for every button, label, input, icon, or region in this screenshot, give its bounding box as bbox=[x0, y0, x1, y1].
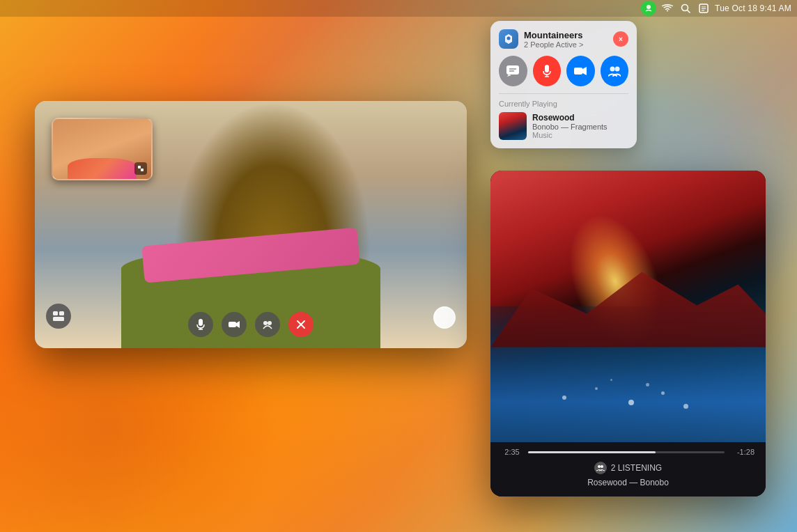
listeners-label: LISTENING bbox=[618, 463, 662, 473]
music-progress-row: 2:35 -1:28 bbox=[502, 448, 755, 456]
menubar-time: Tue Oct 18 9:41 AM bbox=[715, 3, 791, 13]
facetime-layout-button[interactable] bbox=[46, 304, 71, 329]
svg-rect-27 bbox=[574, 68, 582, 75]
svg-line-2 bbox=[688, 10, 690, 13]
now-playing-info: Rosewood Bonobo — Fragments Music bbox=[532, 113, 628, 139]
music-current-time: 2:35 bbox=[502, 448, 523, 456]
svg-rect-8 bbox=[141, 169, 144, 171]
popup-header: Mountaineers 2 People Active > × bbox=[499, 29, 628, 49]
popup-group-name: Mountaineers bbox=[524, 30, 583, 40]
music-now-playing-text: Rosewood — Bonobo bbox=[587, 478, 669, 487]
popup-subtitle: 2 People Active > bbox=[524, 40, 583, 49]
facetime-controls bbox=[35, 312, 467, 337]
svg-point-16 bbox=[263, 321, 268, 325]
svg-point-31 bbox=[601, 465, 603, 468]
shareplay-active-indicator bbox=[433, 306, 456, 329]
sparkle-5 bbox=[683, 404, 688, 409]
facetime-shareplay-button[interactable] bbox=[255, 312, 280, 337]
popup-close-button[interactable]: × bbox=[613, 31, 628, 47]
svg-rect-15 bbox=[229, 322, 236, 327]
currently-playing-section: Currently Playing Rosewood Bonobo — Frag… bbox=[499, 93, 628, 140]
facetime-right-indicator bbox=[433, 306, 456, 329]
now-playing-row: Rosewood Bonobo — Fragments Music bbox=[499, 112, 628, 140]
search-menubar-icon[interactable] bbox=[679, 3, 692, 14]
shareplay-menubar-icon[interactable] bbox=[641, 1, 656, 16]
self-view-shirt bbox=[68, 158, 137, 179]
svg-rect-12 bbox=[199, 319, 203, 326]
facetime-main-video bbox=[35, 101, 467, 348]
svg-point-28 bbox=[610, 67, 614, 72]
sparkle-6 bbox=[610, 379, 612, 381]
self-view-badge bbox=[134, 162, 147, 175]
mountain-silhouette bbox=[490, 264, 766, 347]
facetime-window bbox=[35, 101, 467, 348]
popup-title-row: Mountaineers 2 People Active > bbox=[499, 29, 583, 49]
popup-group-button[interactable] bbox=[601, 56, 629, 86]
album-art-small bbox=[499, 112, 527, 140]
listeners-count: 2 bbox=[611, 463, 616, 473]
popup-actions bbox=[499, 56, 628, 86]
water-sparkles bbox=[518, 345, 738, 429]
svg-point-20 bbox=[507, 37, 511, 40]
svg-rect-7 bbox=[138, 166, 141, 169]
sparkle-7 bbox=[646, 383, 649, 386]
sparkle-4 bbox=[661, 391, 665, 395]
popup-video-button[interactable] bbox=[566, 56, 595, 86]
now-playing-title: Rosewood bbox=[532, 113, 628, 123]
album-art-small-inner bbox=[499, 112, 527, 140]
music-remaining-time: -1:28 bbox=[730, 448, 755, 456]
svg-point-29 bbox=[614, 67, 619, 72]
popup-group-icon bbox=[499, 29, 518, 49]
sparkle-2 bbox=[595, 387, 598, 390]
music-controls: 2:35 -1:28 2 LISTENING Rosewood — Bonobo bbox=[490, 442, 766, 496]
svg-rect-11 bbox=[53, 317, 64, 321]
wifi-icon[interactable] bbox=[660, 3, 674, 14]
facetime-end-button[interactable] bbox=[288, 312, 314, 337]
svg-rect-10 bbox=[59, 311, 64, 315]
listeners-count-label: 2 LISTENING bbox=[611, 463, 662, 473]
facetime-camera-button[interactable] bbox=[222, 312, 247, 337]
music-progress-fill bbox=[528, 451, 656, 453]
now-playing-artist: Bonobo — Fragments bbox=[532, 123, 628, 131]
now-playing-source: Music bbox=[532, 131, 628, 139]
music-album-art bbox=[490, 171, 766, 442]
music-player-window: 2:35 -1:28 2 LISTENING Rosewood — Bonobo bbox=[490, 171, 766, 496]
svg-point-0 bbox=[647, 5, 651, 9]
popup-microphone-button[interactable] bbox=[533, 56, 562, 86]
svg-rect-21 bbox=[506, 65, 519, 75]
music-progress-bar[interactable] bbox=[528, 451, 725, 453]
self-view-thumbnail bbox=[52, 118, 153, 180]
sparkle-1 bbox=[562, 396, 566, 400]
svg-point-30 bbox=[598, 465, 601, 468]
currently-playing-label: Currently Playing bbox=[499, 100, 628, 108]
svg-point-17 bbox=[268, 321, 272, 325]
now-playing-bottom: Rosewood — Bonobo bbox=[502, 476, 755, 488]
facetime-left-controls bbox=[46, 304, 71, 329]
music-listening-row: 2 LISTENING bbox=[502, 462, 755, 474]
shareplay-popup: Mountaineers 2 People Active > × bbox=[490, 21, 637, 148]
popup-message-button[interactable] bbox=[499, 56, 527, 86]
svg-rect-24 bbox=[545, 65, 549, 72]
sparkle-3 bbox=[628, 400, 634, 405]
menubar-right: Tue Oct 18 9:41 AM bbox=[641, 1, 791, 16]
popup-title-text: Mountaineers 2 People Active > bbox=[524, 30, 583, 49]
svg-rect-9 bbox=[53, 311, 58, 315]
menubar: Tue Oct 18 9:41 AM bbox=[0, 0, 797, 17]
notification-menubar-icon[interactable] bbox=[697, 3, 711, 14]
listeners-icon bbox=[594, 462, 607, 474]
facetime-mic-button[interactable] bbox=[188, 312, 213, 337]
